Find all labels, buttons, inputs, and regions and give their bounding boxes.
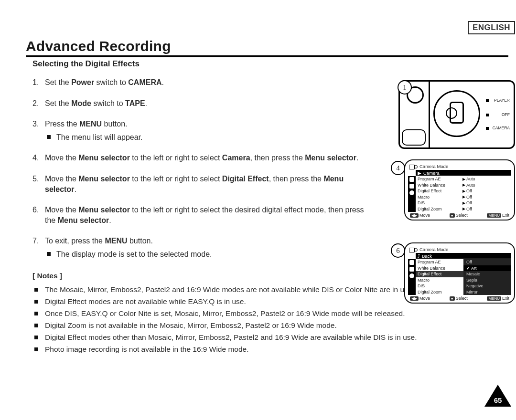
menu-row: DIS▶Off — [416, 200, 511, 206]
note-text: Digital Zoom is not available in the Mos… — [45, 321, 337, 331]
bullet-icon — [34, 324, 38, 327]
check-icon: ✔ — [466, 266, 470, 271]
step-4: 4. Move the Menu selector to the left or… — [32, 153, 376, 163]
menu-sidebar — [408, 176, 416, 212]
note-text: The Mosaic, Mirror, Emboss2, Pastel2 and… — [45, 285, 414, 295]
panel-title: Camera Mode — [419, 247, 448, 252]
bullet-text: The menu list will appear. — [56, 132, 143, 143]
step-number: 1. — [32, 77, 45, 88]
step-text: Set the Mode switch to TAPE. — [45, 98, 396, 109]
bullet-icon — [47, 252, 51, 256]
step-number: 7. — [32, 236, 45, 259]
step-text: To exit, press the MENU button. The disp… — [45, 236, 396, 259]
panel-title: Camera Mode — [419, 164, 448, 169]
submenu-item: Sepia — [463, 277, 511, 284]
note-item: Once DIS, EASY.Q or Color Nite is set, M… — [32, 309, 501, 319]
menu-row: Program AE — [416, 259, 463, 265]
step-text: Set the Power switch to CAMERA. — [45, 77, 396, 88]
note-item: Digital Effect modes other than Mosaic, … — [32, 333, 501, 343]
menu-row: Program AE▶Auto — [416, 176, 511, 182]
menu-row: White Balance — [416, 265, 463, 272]
page-number-badge: 65 — [484, 385, 511, 409]
callout-badge-4: 4 — [391, 161, 405, 175]
step-5: 5. Move the Menu selector to the left or… — [32, 174, 367, 194]
sidebar-settings-icon — [409, 190, 414, 195]
bullet-icon — [34, 347, 38, 351]
dial-label-off: OFF — [502, 112, 510, 117]
menu-row: DIS — [416, 283, 463, 289]
step-1: 1. Set the Power switch to CAMERA. — [32, 77, 396, 88]
menu-panel-6: Camera Mode ⤴ Back Program AE White Bala… — [404, 242, 515, 304]
step-number: 2. — [32, 98, 45, 109]
submenu-item-selected: ✔Art — [463, 265, 511, 272]
note-text: Photo image recording is not available i… — [45, 345, 249, 355]
bullet-icon — [47, 135, 51, 139]
step-text: Press the MENU button. The menu list wil… — [45, 119, 396, 142]
arrow-right-icon: ▶ — [418, 170, 421, 176]
section-title: Selecting the Digital Effects — [32, 59, 140, 69]
step-7: 7. To exit, press the MENU button. The d… — [32, 236, 396, 259]
menu-row-selected: Digital Effect — [416, 271, 463, 277]
page-number: 65 — [484, 396, 511, 404]
steps-list: 1. Set the Power switch to CAMERA. 2. Se… — [32, 77, 396, 270]
panel-footer: ◀▶Move ●Select MENUExit — [408, 295, 511, 301]
bullet-text: The display mode is set to the selected … — [56, 249, 212, 260]
submenu-item: Mirror — [463, 289, 511, 295]
language-label: ENGLISH — [468, 21, 515, 34]
page-title: Advanced Recording — [26, 38, 171, 54]
menu-row: Digital Zoom▶Off — [416, 206, 511, 212]
menu-panel-4: Camera Mode ▶ Camera Program AE▶Auto Whi… — [404, 159, 515, 220]
submenu: Off ✔Art Mosaic Sepia Negative Mirror — [463, 259, 511, 295]
title-underline — [26, 55, 508, 57]
note-text: Once DIS, EASY.Q or Color Nite is set, M… — [45, 309, 405, 319]
step-number: 6. — [32, 205, 45, 225]
step-number: 5. — [32, 174, 45, 194]
note-item: Digital Zoom is not available in the Mos… — [32, 321, 501, 331]
menu-row: Macro▶Off — [416, 194, 511, 200]
arrow-up-icon: ⤴ — [418, 253, 420, 259]
callout-badge-6: 6 — [391, 243, 405, 258]
bullet-icon — [34, 336, 38, 339]
sidebar-tape-icon — [409, 267, 414, 272]
sidebar-camera-icon — [409, 260, 414, 265]
step-2: 2. Set the Mode switch to TAPE. — [32, 98, 396, 109]
sidebar-tape-icon — [409, 184, 414, 189]
bullet-icon — [34, 288, 38, 292]
step-number: 3. — [32, 119, 45, 142]
step-text: Move the Menu selector to the left or ri… — [45, 174, 367, 194]
bullet-icon — [34, 300, 38, 304]
menu-row: Digital Effect▶Off — [416, 188, 511, 194]
note-text: Digital Effect modes are not available w… — [45, 297, 246, 307]
menu-row: Digital Zoom — [416, 289, 463, 295]
step-text: Move the Menu selector to the left or ri… — [45, 153, 376, 163]
step-6: 6. Move the Menu selector to the left or… — [32, 205, 376, 225]
camera-icon — [409, 247, 416, 252]
dial-label-camera: CAMERA — [493, 126, 510, 130]
submenu-item: Off — [463, 259, 511, 265]
step-number: 4. — [32, 153, 45, 163]
bullet-icon — [34, 312, 38, 315]
sidebar-settings-icon — [409, 273, 414, 278]
step-text: Move the Menu selector to the left or ri… — [45, 205, 376, 225]
menu-sidebar — [408, 259, 416, 295]
camera-icon — [409, 164, 416, 169]
note-text: Digital Effect modes other than Mosaic, … — [45, 333, 417, 343]
panel-footer: ◀▶Move ●Select MENUExit — [408, 212, 511, 218]
power-dial-diagram: PLAYER OFF CAMERA — [398, 80, 515, 149]
menu-row: Macro — [416, 277, 463, 284]
menu-back-row: ⤴ Back — [416, 253, 511, 259]
menu-row: White Balance▶Auto — [416, 182, 511, 189]
submenu-item: Negative — [463, 283, 511, 289]
dial-label-player: PLAYER — [494, 98, 510, 103]
menu-highlight-row: ▶ Camera — [416, 170, 511, 176]
step-3: 3. Press the MENU button. The menu list … — [32, 119, 396, 142]
note-item: Photo image recording is not available i… — [32, 345, 501, 355]
sidebar-camera-icon — [409, 177, 414, 182]
submenu-item: Mosaic — [463, 271, 511, 277]
callout-badge-1: 1 — [398, 80, 412, 94]
